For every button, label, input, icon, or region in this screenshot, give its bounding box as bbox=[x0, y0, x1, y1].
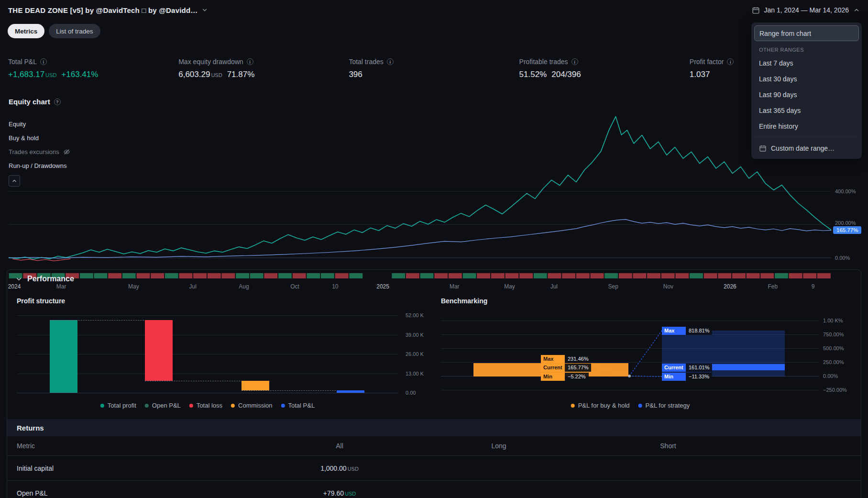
row-value-all: 1,000.00USD bbox=[282, 465, 397, 472]
menu-item-last-90-days[interactable]: Last 90 days bbox=[754, 87, 859, 102]
collapse-chart-button[interactable] bbox=[9, 175, 20, 187]
legend-dot bbox=[638, 404, 642, 408]
waterfall-bar-total-p-l bbox=[337, 390, 364, 393]
stat-value: 396 bbox=[349, 70, 362, 79]
chip-value: 818.81% bbox=[686, 327, 712, 335]
menu-divider bbox=[755, 137, 858, 137]
legend-open-pnl[interactable]: Open P&L bbox=[145, 402, 181, 409]
benchmarking-y-label: 1.00 K% bbox=[823, 318, 843, 323]
stat-label: Total trades bbox=[349, 58, 383, 66]
benchmarking-legend: P&L for buy & hold P&L for strategy bbox=[571, 402, 690, 409]
chip-value: 161.01% bbox=[686, 364, 712, 372]
stat-label: Profit factor bbox=[690, 58, 724, 66]
column-header-all: All bbox=[282, 442, 397, 450]
stat-value: 6,603.29USD bbox=[178, 70, 222, 79]
menu-item-entire-history[interactable]: Entire history bbox=[754, 118, 859, 134]
chip-value: −11.33% bbox=[686, 373, 712, 381]
legend-total-pnl[interactable]: Total P&L bbox=[281, 402, 315, 409]
legend-dot bbox=[571, 404, 575, 408]
info-icon[interactable]: i bbox=[387, 58, 394, 65]
column-header-short: Short bbox=[611, 442, 725, 450]
currency-label: USD bbox=[211, 72, 222, 78]
waterfall-bar-total-profit bbox=[50, 320, 77, 393]
stat-label: Profitable trades bbox=[519, 58, 568, 66]
info-icon[interactable]: i bbox=[727, 58, 734, 65]
profit-structure-y-label: 26.00 K bbox=[406, 351, 424, 357]
legend-dot bbox=[100, 404, 104, 408]
legend-total-profit[interactable]: Total profit bbox=[100, 402, 136, 409]
eye-off-icon[interactable] bbox=[63, 148, 70, 155]
chip-label: Max bbox=[662, 327, 686, 335]
benchmarking-y-label: 750.00% bbox=[823, 332, 844, 337]
chevron-down-icon bbox=[15, 276, 22, 283]
benchmarking-y-label: 250.00% bbox=[823, 359, 844, 365]
strategy-max-chip: Max 818.81% bbox=[662, 327, 712, 335]
menu-item-last-7-days[interactable]: Last 7 days bbox=[754, 55, 859, 71]
legend-pnl-buy-hold[interactable]: P&L for buy & hold bbox=[571, 402, 630, 409]
profit-structure-y-label: 39.00 K bbox=[406, 332, 424, 338]
info-icon[interactable]: i bbox=[40, 58, 47, 65]
benchmarking-title: Benchmarking bbox=[441, 297, 487, 305]
menu-item-custom-date-range[interactable]: Custom date range… bbox=[754, 140, 859, 156]
stat-secondary: +163.41% bbox=[61, 70, 98, 79]
legend-dot bbox=[231, 404, 235, 408]
chip-label: Current bbox=[541, 364, 565, 372]
top-bar: THE DEAD ZONE [v5] by @DavidTech □ by @D… bbox=[0, 0, 868, 20]
chip-label: Min bbox=[662, 373, 686, 381]
strategy-min-chip: Min −11.33% bbox=[662, 373, 712, 381]
legend-commission[interactable]: Commission bbox=[231, 402, 273, 409]
legend-total-loss[interactable]: Total loss bbox=[189, 402, 222, 409]
equity-chart-canvas[interactable] bbox=[9, 89, 831, 280]
column-header-metric: Metric bbox=[17, 442, 35, 450]
equity-y-axis-label: 200.00% bbox=[835, 220, 856, 226]
currency-label: USD bbox=[345, 491, 356, 497]
stat-secondary: 204/396 bbox=[551, 70, 581, 79]
stat-label: Max equity drawdown bbox=[178, 58, 243, 66]
equity-y-axis-label: 0.00% bbox=[835, 255, 850, 261]
strategy-title-dropdown[interactable]: THE DEAD ZONE [v5] by @DavidTech □ by @D… bbox=[8, 6, 208, 14]
buyhold-current-chip: Current 165.77% bbox=[541, 364, 591, 372]
profit-structure-y-label: 52.00 K bbox=[406, 312, 424, 318]
stat-value: 1.037 bbox=[690, 70, 710, 79]
chevron-down-icon bbox=[201, 7, 208, 13]
menu-item-last-30-days[interactable]: Last 30 days bbox=[754, 71, 859, 87]
equity-y-axis-label: 400.00% bbox=[835, 188, 856, 194]
info-icon[interactable]: i bbox=[247, 58, 253, 65]
profit-structure-y-label: 13.00 K bbox=[406, 371, 424, 376]
tab-metrics[interactable]: Metrics bbox=[8, 24, 44, 38]
legend-item-runup-drawdowns[interactable]: Run-up / Drawdowns bbox=[9, 161, 70, 170]
profit-structure-legend: Total profit Open P&L Total loss Commiss… bbox=[100, 402, 315, 409]
stat-label: Total P&L bbox=[8, 58, 37, 66]
date-range-selector[interactable]: Jan 1, 2024 — Mar 14, 2026 bbox=[752, 6, 860, 14]
performance-title: Performance bbox=[27, 275, 74, 283]
legend-item-equity[interactable]: Equity bbox=[9, 120, 70, 128]
legend-pnl-strategy[interactable]: P&L for strategy bbox=[638, 402, 690, 409]
currency-label: USD bbox=[45, 72, 56, 78]
row-metric: Initial capital bbox=[17, 465, 54, 472]
date-range-menu: Range from chart OTHER RANGES Last 7 day… bbox=[751, 22, 862, 159]
menu-item-last-365-days[interactable]: Last 365 days bbox=[754, 102, 859, 118]
info-icon[interactable]: i bbox=[571, 58, 578, 65]
legend-item-trades-excursions[interactable]: Trades excursions bbox=[9, 147, 70, 156]
performance-section-header[interactable]: Performance bbox=[15, 273, 74, 285]
stat-secondary: 71.87% bbox=[227, 70, 255, 79]
current-value-badge: 165.77% bbox=[833, 226, 861, 234]
max-drawdown-stat: Max equity drawdowni 6,603.29USD71.87% bbox=[178, 58, 349, 79]
menu-item-range-from-chart[interactable]: Range from chart bbox=[754, 25, 859, 41]
menu-item-label: Custom date range… bbox=[771, 144, 835, 152]
table-row-initial-capital: Initial capital 1,000.00USD bbox=[7, 456, 861, 481]
tab-list-of-trades[interactable]: List of trades bbox=[49, 24, 100, 38]
row-metric: Open P&L bbox=[17, 489, 48, 497]
waterfall-bar-commission bbox=[242, 381, 269, 390]
chip-label: Max bbox=[541, 355, 565, 363]
profitable-trades-stat: Profitable tradesi 51.52%204/396 bbox=[519, 58, 690, 79]
calendar-icon bbox=[752, 6, 760, 14]
chip-value: 165.77% bbox=[565, 364, 591, 372]
strategy-current-chip: Current 161.01% bbox=[662, 364, 712, 372]
chip-value: 231.46% bbox=[565, 355, 591, 363]
returns-table-header: Metric All Long Short bbox=[7, 436, 861, 456]
chip-label: Current bbox=[662, 364, 686, 372]
strategy-tester-panel: THE DEAD ZONE [v5] by @DavidTech □ by @D… bbox=[0, 0, 868, 498]
strategy-title: THE DEAD ZONE [v5] by @DavidTech □ by @D… bbox=[8, 6, 198, 14]
legend-item-buy-hold[interactable]: Buy & hold bbox=[9, 133, 70, 142]
